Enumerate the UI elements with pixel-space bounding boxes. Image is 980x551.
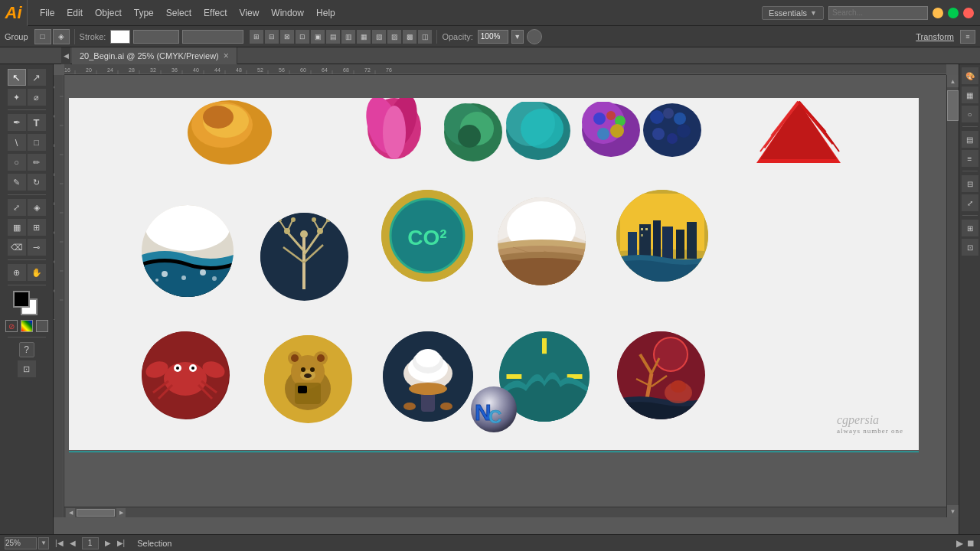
- play-btn[interactable]: ▶: [956, 538, 963, 549]
- panel-align[interactable]: ⊟: [962, 175, 978, 192]
- question-btn[interactable]: ?: [19, 342, 34, 357]
- ellipse-tool[interactable]: ○: [8, 154, 26, 171]
- pen-tool[interactable]: ✒: [8, 114, 26, 131]
- svg-text:20: 20: [86, 67, 92, 73]
- type-tool[interactable]: T: [28, 114, 46, 131]
- selection-tool[interactable]: ↖: [8, 69, 26, 86]
- align-btn-7[interactable]: ▥: [341, 30, 355, 44]
- align-btn-11[interactable]: ▩: [403, 30, 416, 44]
- gradient-tool[interactable]: ▦: [8, 219, 26, 236]
- mesh-tool[interactable]: ⊞: [28, 219, 46, 236]
- none-color[interactable]: [36, 320, 48, 332]
- svg-point-78: [652, 128, 665, 140]
- toolbar-icons-group: ⊞ ⊟ ⊠ ⊡ ▣ ▤ ▥ ▦ ▧ ▨ ▩ ◫: [250, 30, 437, 44]
- align-btn-12[interactable]: ◫: [418, 30, 432, 44]
- stroke-color[interactable]: [110, 30, 130, 44]
- nav-prev-prev[interactable]: |◀: [55, 539, 64, 547]
- no-color[interactable]: ⊘: [5, 320, 18, 332]
- panel-swatches[interactable]: ▦: [962, 86, 978, 103]
- eyedropper-tool[interactable]: ⌫: [8, 239, 26, 256]
- panel-toggle[interactable]: ≡: [960, 30, 975, 44]
- doc-tab[interactable]: 20_Begin.ai @ 25% (CMYK/Preview) ×: [72, 47, 237, 64]
- doc-tab-close[interactable]: ×: [224, 51, 229, 61]
- panel-layers[interactable]: ⊞: [962, 220, 978, 236]
- menu-select[interactable]: Select: [160, 5, 198, 21]
- menu-help[interactable]: Help: [310, 5, 341, 21]
- menu-window[interactable]: Window: [265, 5, 310, 21]
- align-btn-2[interactable]: ⊟: [265, 30, 279, 44]
- toolbar-btn-2[interactable]: ◈: [53, 29, 70, 44]
- scrollbar-bottom[interactable]: ◀ ▶: [64, 507, 946, 517]
- align-btn-6[interactable]: ▤: [326, 30, 340, 44]
- lasso-tool[interactable]: ⌀: [28, 89, 46, 106]
- measure-tool[interactable]: ⊸: [28, 239, 46, 256]
- stroke-select[interactable]: [133, 30, 179, 44]
- toolbar-btn-1[interactable]: □: [34, 29, 51, 44]
- transform-label[interactable]: Transform: [916, 32, 954, 41]
- circle-btn[interactable]: [527, 29, 542, 44]
- menu-type[interactable]: Type: [128, 5, 160, 21]
- rect-tool[interactable]: □: [28, 134, 46, 151]
- nav-prev[interactable]: ◀: [70, 539, 76, 547]
- profile-select[interactable]: [182, 30, 243, 44]
- brush-tool[interactable]: ✏: [28, 154, 46, 171]
- menu-edit[interactable]: Edit: [60, 5, 89, 21]
- opacity-dropdown[interactable]: ▼: [511, 30, 524, 44]
- circle-explosion: [383, 331, 473, 422]
- align-btn-3[interactable]: ⊠: [280, 30, 294, 44]
- scale-tool[interactable]: ⤢: [8, 199, 26, 216]
- rotate-tool[interactable]: ↻: [28, 174, 46, 191]
- svg-text:2: 2: [54, 144, 55, 147]
- collapse-btn[interactable]: ◀: [61, 47, 70, 64]
- panel-color[interactable]: 🎨: [962, 67, 978, 84]
- page-input[interactable]: [82, 537, 99, 549]
- circle-sunset: [498, 197, 586, 285]
- zoom-dropdown[interactable]: ▼: [38, 537, 49, 549]
- svg-point-129: [164, 362, 207, 396]
- svg-text:16: 16: [64, 67, 70, 73]
- align-btn-1[interactable]: ⊞: [250, 30, 263, 44]
- art-boards-btn[interactable]: ⊡: [18, 360, 36, 377]
- align-btn-10[interactable]: ▨: [387, 30, 401, 44]
- panel-gradient[interactable]: ▤: [962, 131, 978, 148]
- nav-next[interactable]: ▶: [105, 539, 111, 547]
- ai-logo: Ai: [0, 0, 28, 26]
- minimize-button[interactable]: [933, 8, 943, 18]
- scroll-thumb[interactable]: [77, 509, 115, 517]
- direct-select-tool[interactable]: ↗: [28, 69, 46, 86]
- fill-color[interactable]: [13, 291, 30, 308]
- pencil-tool[interactable]: ✎: [8, 174, 26, 191]
- zoom-tool[interactable]: ⊕: [8, 264, 26, 281]
- circle-dead-tree: [617, 331, 705, 419]
- panel-appearance[interactable]: ≡: [962, 150, 978, 167]
- panel-stroke[interactable]: ○: [962, 106, 978, 122]
- essentials-label: Essentials: [769, 8, 807, 18]
- align-btn-5[interactable]: ▣: [311, 30, 325, 44]
- menu-object[interactable]: Object: [89, 5, 128, 21]
- menu-effect[interactable]: Effect: [198, 5, 233, 21]
- align-btn-4[interactable]: ⊡: [296, 30, 309, 44]
- opacity-input[interactable]: [478, 30, 508, 44]
- scrollbar-right[interactable]: ▲ ▼: [946, 75, 959, 517]
- align-btn-9[interactable]: ▧: [372, 30, 386, 44]
- stop-btn[interactable]: ⏹: [966, 538, 975, 549]
- scroll-left-btn[interactable]: ◀: [66, 508, 75, 517]
- color-mode[interactable]: [21, 320, 33, 332]
- essentials-dropdown-icon[interactable]: ▼: [810, 9, 817, 17]
- close-button[interactable]: [963, 8, 974, 18]
- align-btn-8[interactable]: ▦: [357, 30, 371, 44]
- line-tool[interactable]: \: [8, 134, 26, 151]
- panel-artboards[interactable]: ⊡: [962, 239, 978, 256]
- blend-tool[interactable]: ◈: [28, 199, 46, 216]
- panel-transform[interactable]: ⤢: [962, 194, 978, 211]
- maximize-button[interactable]: [948, 8, 959, 18]
- menu-file[interactable]: File: [34, 5, 60, 21]
- magic-wand-tool[interactable]: ✦: [8, 89, 26, 106]
- scroll-right-btn[interactable]: ▶: [116, 508, 126, 517]
- menu-view[interactable]: View: [234, 5, 266, 21]
- nav-next-next[interactable]: ▶|: [117, 539, 126, 547]
- search-input[interactable]: [828, 6, 928, 20]
- svg-text:44: 44: [214, 67, 220, 73]
- hand-tool[interactable]: ✋: [28, 264, 46, 281]
- zoom-select[interactable]: 25%: [5, 537, 37, 549]
